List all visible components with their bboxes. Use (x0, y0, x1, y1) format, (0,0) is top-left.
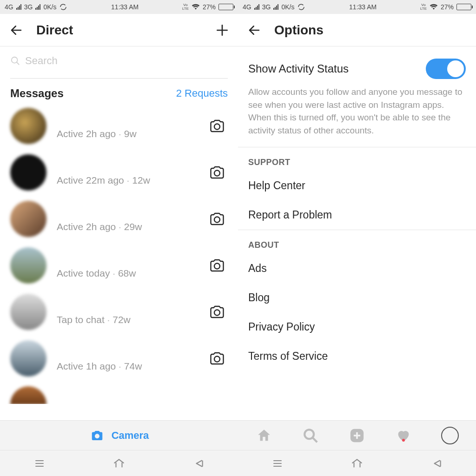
tab-profile[interactable] (437, 427, 463, 444)
camera-bar[interactable]: Camera (0, 420, 238, 450)
link-terms[interactable]: Terms of Service (238, 342, 476, 371)
activity-dot-icon (402, 439, 405, 442)
avatar[interactable] (10, 386, 46, 404)
activity-status-label: Show Activity Status (248, 62, 426, 75)
home-outline-icon (349, 457, 365, 469)
link-ads[interactable]: Ads (238, 254, 476, 283)
messages-header: Messages 2 Requests (0, 83, 238, 103)
nav-back[interactable] (182, 457, 215, 469)
activity-status-toggle[interactable] (426, 59, 466, 79)
back-button[interactable] (247, 23, 261, 37)
svg-point-5 (214, 124, 220, 130)
avatar[interactable] (10, 154, 46, 191)
page-title: Options (274, 23, 468, 38)
android-navbar (0, 450, 238, 476)
svg-point-16 (304, 430, 314, 439)
avatar[interactable] (10, 201, 46, 237)
search-input[interactable]: Search (10, 55, 228, 79)
camera-label: Camera (112, 430, 149, 442)
avatar[interactable] (10, 247, 46, 284)
requests-link[interactable]: 2 Requests (176, 87, 228, 99)
bottom-tabs (238, 420, 476, 450)
nav-home[interactable] (341, 457, 373, 469)
link-blog[interactable]: Blog (238, 283, 476, 312)
wifi-icon (192, 3, 200, 11)
thread-status: Active 2h ago · 29w (57, 205, 198, 232)
camera-button[interactable] (208, 164, 228, 181)
camera-icon (208, 350, 226, 367)
thread-row[interactable]: Active 2h ago · 29w (0, 196, 238, 242)
thread-row[interactable] (0, 382, 238, 404)
camera-icon (89, 429, 105, 443)
camera-button[interactable] (208, 350, 228, 367)
thread-row[interactable]: Tap to chat · 72w (0, 289, 238, 335)
back-button[interactable] (9, 23, 23, 37)
svg-point-7 (214, 217, 220, 223)
thread-status: Active today · 68w (57, 252, 198, 279)
arrow-left-icon (9, 23, 23, 37)
sync-icon (297, 3, 305, 11)
thread-status: Active 22m ago · 12w (57, 159, 198, 186)
activity-status-description: Allow accounts you follow and anyone you… (238, 83, 476, 147)
clock: 11:33 AM (349, 3, 377, 11)
data-speed: 0K/s (43, 3, 56, 11)
thread-status: Tap to chat · 72w (57, 298, 198, 325)
search-icon (303, 428, 318, 443)
camera-button[interactable] (208, 211, 228, 227)
thread-row[interactable]: Active 2h ago · 9w (0, 103, 238, 149)
link-privacy[interactable]: Privacy Policy (238, 312, 476, 342)
avatar[interactable] (10, 340, 46, 377)
signal-icon-2 (35, 4, 40, 10)
svg-point-6 (214, 171, 220, 176)
tab-search[interactable] (298, 428, 324, 443)
svg-line-17 (312, 437, 317, 442)
search-icon (10, 56, 20, 66)
data-speed: 0K/s (281, 3, 294, 11)
link-help-center[interactable]: Help Center (238, 171, 476, 200)
screen-direct: 4G 3G 0K/s 11:33 AM VoLTE 27% Direct (0, 0, 238, 476)
messages-heading: Messages (10, 87, 176, 100)
battery-icon (218, 4, 233, 10)
options-list[interactable]: Show Activity Status Allow accounts you … (238, 46, 476, 420)
battery-label: 27% (203, 3, 216, 11)
network-label-2: 3G (24, 3, 33, 11)
tab-activity[interactable] (390, 428, 416, 443)
messages-list[interactable]: Active 2h ago · 9w Active 22m ago · 12w … (0, 103, 238, 420)
avatar[interactable] (10, 294, 46, 330)
link-report-problem[interactable]: Report a Problem (238, 200, 476, 230)
nav-home[interactable] (103, 457, 135, 469)
thread-row[interactable]: Active today · 68w (0, 242, 238, 289)
sync-icon (59, 3, 67, 11)
avatar[interactable] (10, 108, 46, 144)
network-label-1: 4G (5, 3, 13, 11)
signal-icon-1 (16, 4, 21, 10)
signal-icon-2 (273, 4, 278, 10)
search-placeholder: Search (25, 55, 58, 67)
camera-button[interactable] (208, 257, 228, 274)
tab-add[interactable] (344, 428, 370, 443)
app-bar: Options (238, 14, 476, 46)
tab-home[interactable] (251, 428, 277, 443)
nav-back[interactable] (420, 457, 453, 469)
menu-icon (271, 458, 284, 469)
search-container: Search (0, 46, 238, 83)
camera-icon (208, 118, 226, 134)
camera-button[interactable] (208, 118, 228, 134)
battery-icon (456, 4, 471, 10)
compose-button[interactable] (215, 23, 230, 38)
wifi-icon (430, 3, 438, 11)
thread-row[interactable]: Active 1h ago · 74w (0, 335, 238, 382)
arrow-left-icon (247, 23, 261, 37)
home-outline-icon (111, 457, 127, 469)
camera-button[interactable] (208, 304, 228, 320)
svg-point-11 (95, 434, 99, 438)
thread-row[interactable]: Active 22m ago · 12w (0, 149, 238, 196)
status-bar: 4G 3G 0K/s 11:33 AM VoLTE 27% (238, 0, 476, 14)
camera-icon (208, 304, 226, 320)
nav-recent[interactable] (23, 458, 56, 469)
screen-options: 4G 3G 0K/s 11:33 AM VoLTE 27% Option (238, 0, 476, 476)
volte-icon: VoLTE (182, 3, 189, 11)
svg-point-9 (214, 310, 220, 316)
menu-icon (33, 458, 46, 469)
nav-recent[interactable] (261, 458, 294, 469)
